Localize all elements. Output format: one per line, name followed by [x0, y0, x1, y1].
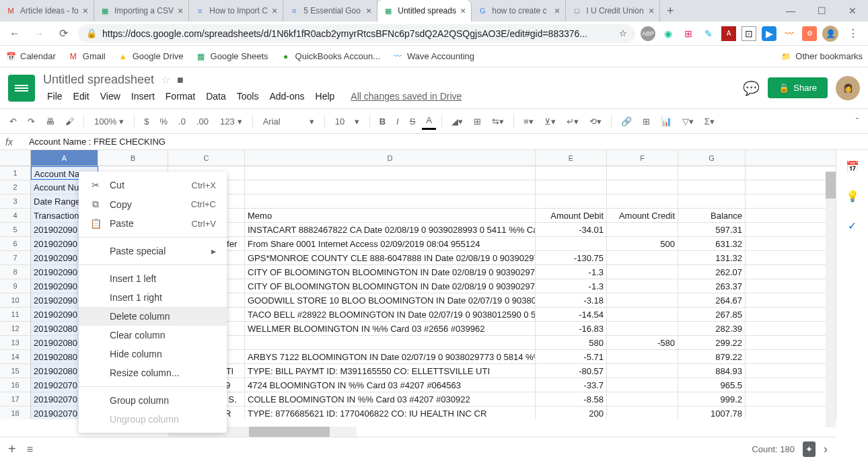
comment-button[interactable]: ⊞ — [639, 114, 654, 129]
close-tab-icon[interactable]: × — [554, 5, 560, 16]
cell[interactable]: COLLE BLOOMINGTON IN %% Card 03 #4207 #0… — [245, 392, 536, 406]
print-button[interactable]: 🖶 — [42, 114, 59, 129]
browser-tab[interactable]: MArticle Ideas - fo× — [0, 0, 94, 22]
browser-tab[interactable]: ▦Untitled spreads× — [377, 0, 472, 22]
row-header[interactable]: 7 — [0, 251, 31, 264]
cell[interactable]: Memo — [245, 209, 536, 222]
save-status[interactable]: All changes saved in Drive — [347, 90, 466, 103]
share-button[interactable]: 🔒 Share — [768, 77, 828, 98]
h-align-button[interactable]: ≡▾ — [519, 114, 538, 129]
rotate-button[interactable]: ⟲▾ — [585, 114, 606, 129]
bookmark-item[interactable]: ▦Google Sheets — [196, 51, 268, 62]
cell[interactable]: -580 — [607, 336, 678, 349]
cell[interactable]: Amount Credit — [607, 209, 678, 222]
document-title[interactable]: Untitled spreadsheet — [43, 73, 154, 87]
link-button[interactable]: 🔗 — [617, 114, 636, 129]
row-header[interactable]: 4 — [0, 209, 31, 222]
back-button[interactable]: ← — [5, 24, 24, 43]
cell[interactable]: ARBYS 7122 BLOOMINGTON IN Date 02/07/19 … — [245, 350, 536, 363]
italic-button[interactable]: I — [392, 114, 403, 129]
cell[interactable]: -34.01 — [536, 223, 607, 236]
cell[interactable]: TYPE: BILL PAYMT ID: M391165550 CO: ELLE… — [245, 364, 536, 378]
forward-button[interactable]: → — [30, 24, 48, 43]
cell[interactable]: -5.71 — [536, 350, 607, 363]
ext-brush-icon[interactable]: ✎ — [701, 26, 716, 41]
menu-add-ons[interactable]: Add-ons — [265, 90, 308, 103]
row-header[interactable]: 17 — [0, 392, 31, 406]
bookmark-item[interactable]: MGmail — [68, 51, 106, 62]
row-header[interactable]: 6 — [0, 237, 31, 250]
cell[interactable]: CITY OF BLOOMINGTON BLOOMINGTON IN Date … — [245, 279, 536, 293]
cell[interactable]: -3.18 — [536, 293, 607, 307]
maximize-button[interactable]: ☐ — [806, 0, 837, 22]
zoom-dropdown[interactable]: 100%▾ — [89, 114, 129, 129]
star-icon[interactable]: ☆ — [619, 28, 627, 38]
menu-tools[interactable]: Tools — [233, 90, 263, 103]
cell[interactable] — [536, 166, 607, 180]
tasks-side-icon[interactable]: ✓ — [844, 217, 861, 234]
cell[interactable]: -130.75 — [536, 251, 607, 264]
row-header[interactable]: 5 — [0, 223, 31, 236]
bookmark-item[interactable]: 📅Calendar — [5, 51, 56, 62]
font-size-dropdown[interactable]: 10▾ — [330, 114, 364, 129]
format-currency-button[interactable]: $ — [140, 114, 153, 129]
cell[interactable]: -80.57 — [536, 364, 607, 378]
cell[interactable] — [245, 194, 536, 208]
close-tab-icon[interactable]: × — [83, 5, 88, 16]
ext-wave-icon[interactable]: 〰 — [782, 26, 797, 41]
cell[interactable]: -33.7 — [536, 378, 607, 392]
browser-tab[interactable]: ▦Importing a CSV× — [94, 0, 189, 22]
column-header-D[interactable]: D — [245, 150, 536, 166]
browser-tab[interactable]: ≡How to Import C× — [189, 0, 283, 22]
cell[interactable] — [607, 194, 678, 208]
close-tab-icon[interactable]: × — [366, 5, 371, 16]
cell[interactable] — [607, 308, 678, 321]
row-header[interactable]: 18 — [0, 406, 31, 419]
more-formats-dropdown[interactable]: 123▾ — [215, 114, 247, 129]
cell[interactable]: 264.67 — [678, 293, 746, 307]
row-header[interactable]: 9 — [0, 279, 31, 293]
cell[interactable]: -1.3 — [536, 279, 607, 293]
cell[interactable]: 965.5 — [678, 378, 746, 392]
comments-icon[interactable]: 💬 — [743, 80, 760, 96]
new-tab-button[interactable]: + — [660, 0, 680, 22]
borders-button[interactable]: ⊞ — [470, 114, 485, 129]
row-header[interactable]: 11 — [0, 308, 31, 321]
fill-color-button[interactable]: ◢▾ — [447, 114, 467, 129]
merge-cells-button[interactable]: ⇆▾ — [488, 114, 508, 129]
cell[interactable]: INSTACART 8882467822 CA Date 02/08/19 0 … — [245, 223, 536, 236]
cell[interactable] — [607, 180, 678, 194]
browser-menu-button[interactable]: ⋮ — [844, 24, 863, 43]
context-menu-item[interactable]: ✂CutCtrl+X — [79, 176, 227, 194]
context-menu-item[interactable]: 📋PasteCtrl+V — [79, 214, 227, 233]
ext-square-icon[interactable]: ⊡ — [742, 26, 756, 41]
menu-format[interactable]: Format — [161, 90, 199, 103]
font-dropdown[interactable]: Arial▾ — [258, 114, 319, 129]
cell[interactable]: 131.32 — [678, 251, 746, 264]
menu-file[interactable]: File — [43, 90, 67, 103]
strikethrough-button[interactable]: S — [406, 114, 420, 129]
cell[interactable]: 282.39 — [678, 322, 746, 335]
cell[interactable]: -16.83 — [536, 322, 607, 335]
cell[interactable] — [536, 180, 607, 194]
cell[interactable] — [536, 237, 607, 250]
increase-decimal-button[interactable]: .00 — [192, 114, 213, 129]
cell[interactable]: 580 — [536, 336, 607, 349]
reload-button[interactable]: ⟳ — [54, 24, 73, 43]
v-align-button[interactable]: ⊻▾ — [540, 114, 560, 129]
cell[interactable]: GOODWILL STORE 10 BLOO BLOOMINGTON IN Da… — [245, 293, 536, 307]
cell[interactable] — [245, 180, 536, 194]
select-all-corner[interactable] — [0, 150, 31, 166]
menu-edit[interactable]: Edit — [69, 90, 94, 103]
cell[interactable]: From Share 0001 Internet Access 02/09/20… — [245, 237, 536, 250]
cell[interactable] — [607, 322, 678, 335]
close-tab-icon[interactable]: × — [649, 5, 654, 16]
formula-value[interactable]: Account Name : FREE CHECKING — [29, 137, 166, 147]
row-header[interactable]: 2 — [0, 180, 31, 194]
bookmark-item[interactable]: 〰Wave Accounting — [392, 51, 474, 62]
ext-pink-icon[interactable]: ⊞ — [681, 26, 696, 41]
cell[interactable] — [607, 350, 678, 363]
context-menu-item[interactable]: Clear column — [79, 326, 227, 345]
ext-video-icon[interactable]: ▶ — [762, 26, 776, 41]
redo-button[interactable]: ↷ — [24, 114, 39, 129]
